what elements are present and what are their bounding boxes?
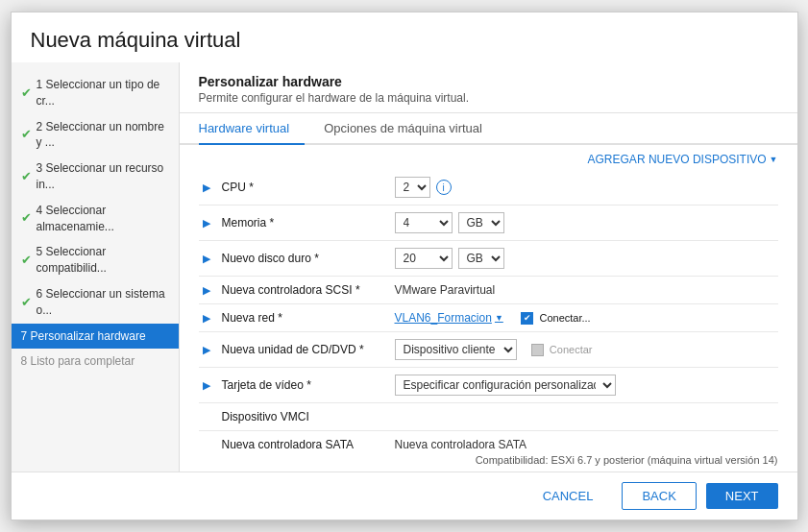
modal-body: ✔1 Seleccionar un tipo de cr...✔2 Selecc… (12, 62, 797, 472)
expand-arrow-icon[interactable]: ▶ (203, 253, 210, 264)
modal-footer: CANCEL BACK NEXT (12, 472, 797, 520)
table-row: Nueva controladora SATANueva controlador… (199, 431, 778, 449)
table-row: Dispositivo VMCI (199, 403, 778, 431)
modal-header: Nueva máquina virtual (12, 12, 797, 62)
sidebar-item-3[interactable]: ✔3 Seleccionar un recurso in... (12, 156, 179, 198)
sidebar-item-label: 4 Seleccionar almacenamie... (37, 203, 169, 235)
table-row: ▶Nueva red * VLAN6_Formacion ▼ ✔ Conecta… (199, 304, 778, 332)
sidebar: ✔1 Seleccionar un tipo de cr...✔2 Selecc… (12, 62, 180, 472)
section-desc: Permite configurar el hardware de la máq… (199, 91, 778, 105)
section-title: Personalizar hardware (199, 74, 778, 89)
sidebar-item-6[interactable]: ✔6 Seleccionar un sistema o... (12, 281, 179, 324)
tab-bar: Hardware virtualOpciones de máquina virt… (180, 113, 797, 145)
table-row: ▶Tarjeta de vídeo * Especificar configur… (199, 368, 778, 403)
memory-value-select[interactable]: 20 (395, 248, 453, 269)
check-icon: ✔ (21, 168, 32, 185)
info-icon[interactable]: i (436, 180, 452, 195)
connect-checkbox[interactable]: ✔ (521, 312, 533, 325)
field-label: Nuevo disco duro * (218, 241, 391, 277)
add-device-row: AGREGAR NUEVO DISPOSITIVO ▼ (199, 145, 778, 170)
tab-0[interactable]: Hardware virtual (199, 113, 306, 145)
compat-text: Compatibilidad: ESXi 6.7 y posterior (má… (180, 448, 797, 472)
expand-arrow-icon[interactable]: ▶ (203, 344, 210, 355)
sidebar-item-1[interactable]: ✔1 Seleccionar un tipo de cr... (12, 72, 179, 114)
check-icon: ✔ (21, 209, 32, 227)
field-value: 4 GBMB (391, 206, 778, 241)
sidebar-item-7[interactable]: 7 Personalizar hardware (12, 324, 179, 350)
vlan-link[interactable]: VLAN6_Formacion ▼ (395, 311, 503, 325)
memory-value-select[interactable]: 4 (395, 212, 453, 233)
check-icon: ✔ (21, 126, 32, 143)
expand-arrow-icon[interactable]: ▶ (203, 181, 210, 193)
connect-label: Conectar... (539, 312, 590, 324)
memory-unit-select[interactable]: GBMB (458, 248, 504, 269)
sidebar-item-2[interactable]: ✔2 Seleccionar un nombre y ... (12, 114, 179, 157)
field-value (391, 403, 778, 431)
sidebar-item-label: 3 Seleccionar un recurso in... (37, 160, 169, 193)
field-value: 2148 i (391, 170, 778, 206)
cancel-button[interactable]: CANCEL (524, 483, 613, 509)
field-value: Especificar configuración personalizada (391, 368, 778, 403)
field-value: VMware Paravirtual (391, 277, 778, 304)
section-header: Personalizar hardware Permite configurar… (180, 62, 797, 113)
connect-label: Conectar (550, 344, 593, 355)
tab-1[interactable]: Opciones de máquina virtual (324, 113, 498, 145)
chevron-down-icon: ▼ (495, 313, 503, 323)
field-label: Nueva unidad de CD/DVD * (218, 332, 391, 368)
field-label: Nueva controladora SATA (218, 431, 391, 449)
field-label: Memoria * (218, 206, 391, 241)
modal-title: Nueva máquina virtual (31, 28, 778, 53)
field-label: Tarjeta de vídeo * (218, 368, 391, 403)
field-value: Nueva controladora SATA (391, 431, 778, 449)
field-value: VLAN6_Formacion ▼ ✔ Conectar... (391, 304, 778, 332)
table-row: ▶Memoria * 4 GBMB (199, 206, 778, 241)
expand-arrow-icon[interactable]: ▶ (203, 284, 210, 296)
sidebar-item-label: 1 Seleccionar un tipo de cr... (37, 77, 169, 109)
check-icon: ✔ (21, 294, 32, 311)
sidebar-item-label: 5 Seleccionar compatibilid... (37, 244, 169, 277)
expand-arrow-icon[interactable]: ▶ (203, 379, 210, 391)
table-row: ▶Nuevo disco duro * 20 GBMB (199, 241, 778, 277)
sidebar-item-8[interactable]: 8 Listo para completar (12, 349, 179, 375)
hardware-table: ▶CPU * 2148 i ▶Memoria * 4 GBMB ▶Nuevo d… (199, 170, 778, 448)
table-row: ▶Nueva unidad de CD/DVD * Dispositivo cl… (199, 332, 778, 368)
connect-checkbox[interactable] (531, 344, 544, 356)
sidebar-item-label: 8 Listo para completar (21, 353, 135, 370)
main-content: Personalizar hardware Permite configurar… (180, 62, 797, 472)
field-label: Nueva controladora SCSI * (218, 277, 391, 304)
add-device-button[interactable]: AGREGAR NUEVO DISPOSITIVO ▼ (588, 153, 778, 166)
back-button[interactable]: BACK (622, 482, 696, 510)
expand-arrow-icon[interactable]: ▶ (203, 217, 210, 229)
sidebar-item-label: 2 Seleccionar un nombre y ... (37, 119, 169, 152)
modal-window: Nueva máquina virtual ✔1 Seleccionar un … (11, 12, 798, 520)
memory-unit-select[interactable]: GBMB (458, 212, 504, 233)
expand-arrow-icon[interactable]: ▶ (203, 312, 210, 324)
cpu-select[interactable]: 2148 (395, 177, 430, 198)
chevron-down-icon: ▼ (770, 155, 778, 164)
sidebar-item-4[interactable]: ✔4 Seleccionar almacenamie... (12, 198, 179, 240)
field-label: Nueva red * (218, 304, 391, 332)
sidebar-item-label: 7 Personalizar hardware (21, 328, 146, 345)
cd-dvd-select[interactable]: Dispositivo cliente (395, 339, 517, 360)
add-device-label: AGREGAR NUEVO DISPOSITIVO (588, 153, 767, 166)
hardware-area[interactable]: AGREGAR NUEVO DISPOSITIVO ▼ ▶CPU * 2148 … (180, 145, 797, 448)
field-label: CPU * (218, 170, 391, 206)
field-label: Dispositivo VMCI (218, 403, 391, 431)
check-icon: ✔ (21, 85, 32, 102)
check-icon: ✔ (21, 252, 32, 269)
video-card-select[interactable]: Especificar configuración personalizada (395, 375, 616, 396)
table-row: ▶CPU * 2148 i (199, 170, 778, 206)
sidebar-item-5[interactable]: ✔5 Seleccionar compatibilid... (12, 239, 179, 281)
sidebar-item-label: 6 Seleccionar un sistema o... (37, 286, 169, 319)
table-row: ▶Nueva controladora SCSI *VMware Paravir… (199, 277, 778, 304)
field-value: 20 GBMB (391, 241, 778, 277)
next-button[interactable]: NEXT (706, 483, 778, 509)
field-value: Dispositivo cliente Conectar (391, 332, 778, 368)
